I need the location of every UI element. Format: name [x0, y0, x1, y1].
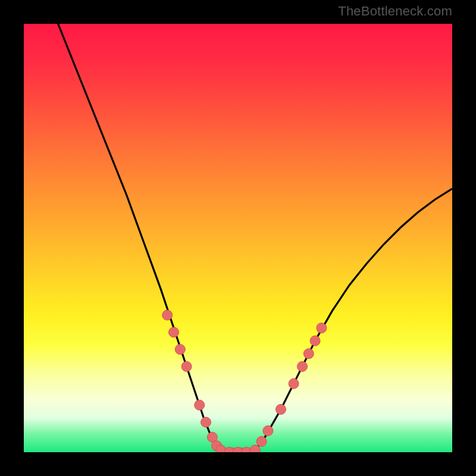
curve-markers [162, 310, 327, 452]
watermark-text: TheBottleneck.com [338, 4, 452, 19]
curve-marker [310, 336, 320, 346]
curve-marker [289, 378, 299, 389]
curve-marker [256, 437, 267, 447]
curve-marker [162, 310, 173, 320]
curve-marker [250, 445, 260, 452]
curve-marker [298, 362, 308, 372]
curve-svg [24, 24, 452, 452]
curve-marker [181, 362, 192, 372]
curve-marker [169, 327, 179, 337]
curve-marker [263, 426, 273, 436]
curve-marker [276, 405, 286, 415]
bottleneck-curve [58, 24, 452, 452]
curve-marker [195, 400, 205, 410]
chart-container: TheBottleneck.com [0, 0, 476, 476]
plot-area [24, 24, 452, 452]
curve-marker [303, 349, 314, 359]
curve-marker [317, 323, 327, 333]
curve-marker [175, 345, 185, 355]
curve-marker [201, 417, 211, 427]
